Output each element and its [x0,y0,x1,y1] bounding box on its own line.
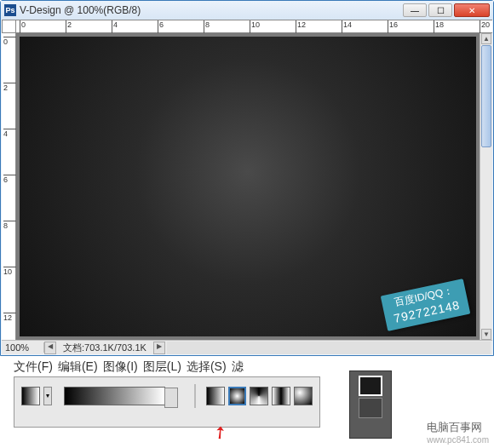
titlebar[interactable]: Ps V-Design @ 100%(RGB/8) — ☐ ✕ [1,1,493,20]
app-window: Ps V-Design @ 100%(RGB/8) — ☐ ✕ 0 2 4 6 … [0,0,494,356]
site-watermark: 电脑百事网 www.pc841.com [427,420,489,445]
ruler-horizontal[interactable]: 0 2 4 6 8 10 12 14 16 18 20 [16,20,492,33]
ruler-tick: 18 [434,20,444,34]
ruler-tick: 12 [3,313,16,322]
scrollbar-thumb[interactable] [481,45,491,147]
ruler-tick: 6 [3,175,16,184]
gradient-type-radial[interactable] [228,387,247,405]
scroll-left-button[interactable]: ◀ [44,342,56,354]
ruler-tick: 2 [3,83,16,92]
ruler-origin[interactable] [2,20,16,33]
ruler-tick: 0 [20,20,26,34]
menu-select[interactable]: 选择(S) [187,359,227,375]
ruler-tick: 10 [250,20,260,34]
gradient-editor-strip[interactable] [64,387,165,405]
close-button[interactable]: ✕ [454,3,490,17]
separator [194,384,196,408]
brand-name: 电脑百事网 [427,421,482,434]
gradient-type-reflected[interactable] [272,387,290,405]
window-controls: — ☐ ✕ [403,3,490,17]
minimize-button[interactable]: — [403,3,427,17]
menubar: 文件(F) 编辑(E) 图像(I) 图层(L) 选择(S) 滤 [14,359,244,375]
ruler-tick: 6 [158,20,164,34]
window-title: V-Design @ 100%(RGB/8) [20,4,403,16]
gradient-type-linear[interactable] [206,387,225,405]
scroll-right-button[interactable]: ▶ [153,342,165,354]
ruler-tick: 12 [296,20,306,34]
scroll-up-button[interactable]: ▲ [481,33,491,44]
menu-layer[interactable]: 图层(L) [143,359,181,375]
layer-thumbnail-active[interactable] [359,376,382,396]
doc-info: 文档:703.1K/703.1K [56,342,153,354]
maximize-button[interactable]: ☐ [428,3,452,17]
gradient-type-angle[interactable] [250,387,268,405]
ruler-tick: 16 [388,20,398,34]
ruler-tick: 4 [112,20,118,34]
zoom-level[interactable]: 100% [2,342,44,353]
gradient-type-diamond[interactable] [294,387,313,405]
scrollbar-horizontal[interactable] [167,342,491,354]
scroll-down-button[interactable]: ▼ [481,329,491,340]
brand-url: www.pc841.com [427,435,489,445]
statusbar: 100% ◀ 文档:703.1K/703.1K ▶ [2,340,492,354]
layer-thumbnail[interactable] [359,398,382,418]
ruler-tick: 14 [342,20,352,34]
ruler-tick: 0 [3,37,16,46]
ruler-tick: 8 [3,221,16,230]
layers-panel[interactable] [349,370,392,439]
ruler-tick: 8 [204,20,210,34]
ruler-vertical[interactable]: 0 2 4 6 8 10 12 [2,33,16,340]
gradient-toolbar: ▾ [14,376,320,428]
menu-image[interactable]: 图像(I) [103,359,138,375]
menu-file[interactable]: 文件(F) [14,359,53,375]
ruler-tick: 2 [66,20,72,34]
app-icon: Ps [4,4,16,16]
menu-filter[interactable]: 滤 [232,359,244,375]
dropdown-icon[interactable]: ▾ [43,387,52,405]
ruler-tick: 20 [480,20,490,34]
ruler-tick: 4 [3,129,16,138]
scrollbar-vertical[interactable]: ▲ ▼ [480,33,492,340]
gradient-current-swatch[interactable] [21,387,40,405]
doc-info-value: 703.1K/703.1K [84,342,146,353]
doc-info-label: 文档: [63,342,84,353]
ruler-tick: 10 [3,267,16,276]
menu-edit[interactable]: 编辑(E) [58,359,98,375]
